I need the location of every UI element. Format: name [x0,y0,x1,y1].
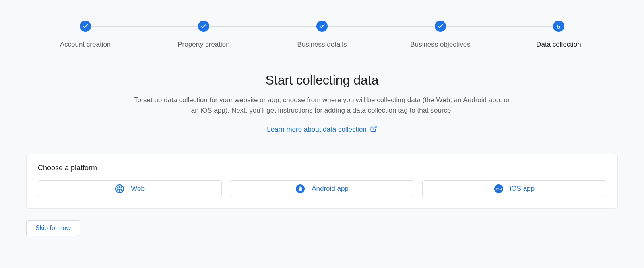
platform-android-label: Android app [312,185,349,193]
platform-web-label: Web [131,185,145,193]
step-business-details: Business details [263,21,381,49]
check-icon [198,21,209,32]
progress-stepper: Account creation Property creation Busin… [26,21,618,49]
step-data-collection: 5 Data collection [500,21,618,49]
platform-ios-label: iOS app [510,185,535,193]
page-title: Start collecting data [121,73,523,88]
step-label: Business details [297,41,347,49]
step-business-objectives: Business objectives [381,21,500,49]
check-icon [316,21,328,32]
check-icon [80,21,91,32]
ios-icon: iOS [494,184,504,194]
step-number-icon: 5 [553,21,564,32]
svg-line-0 [373,126,376,129]
platform-android-button[interactable]: Android app [230,180,414,197]
skip-button[interactable]: Skip for now [26,220,80,236]
step-label: Property creation [178,41,229,49]
android-icon [295,184,305,194]
platform-web-button[interactable]: Web [38,180,222,197]
check-icon [435,21,446,32]
step-property-creation: Property creation [144,21,263,49]
svg-point-6 [299,187,299,187]
open-in-new-icon [370,125,377,134]
learn-more-link[interactable]: Learn more about data collection [267,125,377,134]
svg-point-7 [301,187,301,187]
svg-text:iOS: iOS [495,187,502,191]
step-label: Data collection [536,41,581,49]
learn-more-label: Learn more about data collection [267,126,367,134]
step-label: Account creation [60,41,111,49]
page-description: To set up data collection for your websi… [131,95,513,116]
platform-heading: Choose a platform [38,164,606,172]
platform-ios-button[interactable]: iOS iOS app [422,180,606,197]
step-account-creation: Account creation [26,21,144,49]
step-label: Business objectives [410,41,470,49]
web-icon [115,184,124,194]
platform-card: Choose a platform Web Android app iOS iO… [26,154,618,209]
